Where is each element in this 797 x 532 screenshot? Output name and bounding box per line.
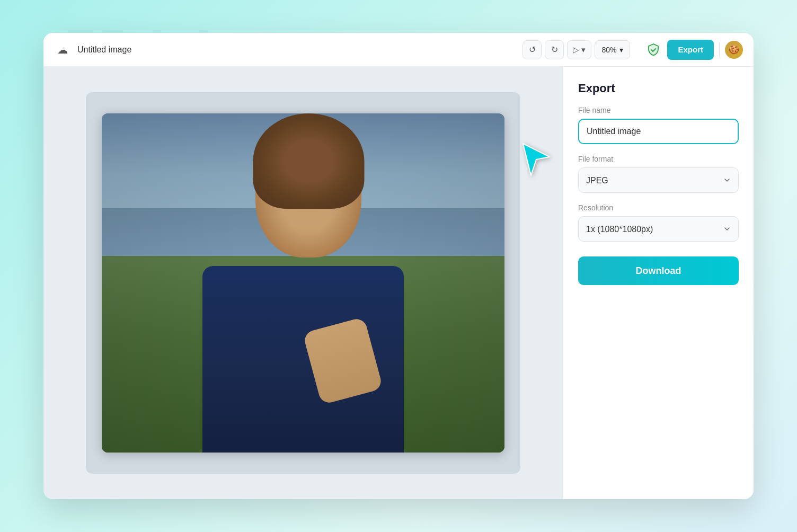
resolution-label: Resolution [578, 203, 739, 212]
top-bar: ☁ Untitled image ↺ ↻ ▷ ▾ 80% ▾ Ex [43, 33, 754, 67]
play-icon: ▷ [573, 45, 579, 55]
canvas-area [43, 67, 563, 499]
doc-title: Untitled image [77, 45, 131, 55]
toolbar-group: ↺ ↻ ▷ ▾ 80% ▾ [523, 40, 630, 59]
avatar[interactable]: 🍪 [725, 41, 743, 59]
export-button[interactable]: Export [667, 40, 714, 60]
person-hair [253, 113, 365, 209]
image-frame [102, 113, 504, 453]
redo-button[interactable]: ↻ [545, 40, 564, 59]
file-name-input[interactable] [578, 119, 739, 144]
right-actions: Export 🍪 [645, 40, 743, 60]
undo-button[interactable]: ↺ [523, 40, 542, 59]
resolution-group: Resolution 1x (1080*1080px) 2x (2160*216… [578, 203, 739, 242]
photo-background [102, 113, 504, 453]
canvas-surface [86, 92, 520, 474]
zoom-button[interactable]: 80% ▾ [595, 40, 630, 59]
file-format-select[interactable]: JPEG PNG SVG PDF [578, 167, 739, 193]
file-format-select-wrapper: JPEG PNG SVG PDF [578, 167, 739, 193]
file-format-label: File format [578, 155, 739, 163]
export-panel-title: Export [578, 82, 739, 95]
resolution-select-wrapper: 1x (1080*1080px) 2x (2160*2160px) 0.5x (… [578, 216, 739, 242]
main-content: Export File name File format JPEG PNG SV… [43, 67, 754, 499]
file-name-label: File name [578, 106, 739, 114]
export-panel: Export File name File format JPEG PNG SV… [563, 67, 754, 499]
file-name-group: File name [578, 106, 739, 144]
divider [719, 42, 720, 57]
app-window: ☁ Untitled image ↺ ↻ ▷ ▾ 80% ▾ Ex [43, 33, 754, 499]
logo-icon: ☁ [54, 41, 71, 58]
zoom-dropdown-icon: ▾ [619, 46, 623, 54]
file-format-group: File format JPEG PNG SVG PDF [578, 155, 739, 193]
resolution-select[interactable]: 1x (1080*1080px) 2x (2160*2160px) 0.5x (… [578, 216, 739, 242]
play-button[interactable]: ▷ ▾ [567, 40, 591, 59]
zoom-value: 80% [601, 46, 616, 54]
shield-icon[interactable] [645, 41, 662, 58]
download-button[interactable]: Download [578, 256, 739, 285]
play-dropdown-icon: ▾ [581, 45, 586, 55]
